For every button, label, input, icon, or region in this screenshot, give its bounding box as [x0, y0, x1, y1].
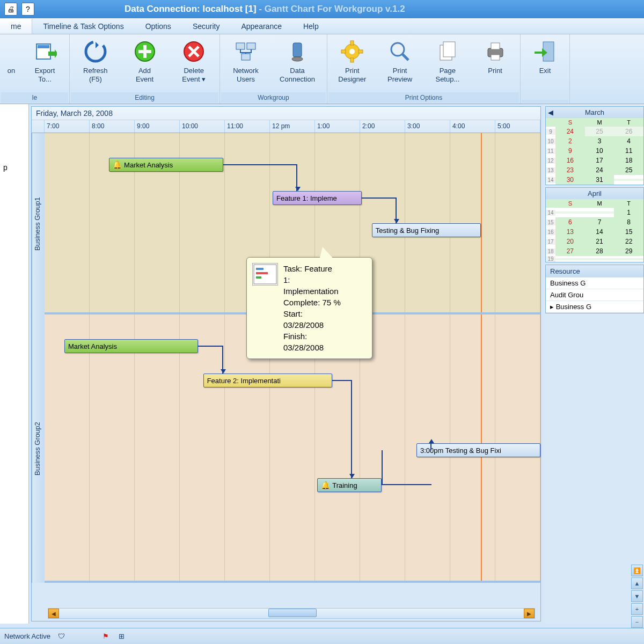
- cal-day[interactable]: 16: [555, 156, 585, 165]
- cal-day[interactable]: 20: [555, 237, 585, 246]
- gantt-time-ruler: 7:00 8:00 9:00 10:00 11:00 12 pm 1:00 2:…: [32, 120, 540, 133]
- zoom-out-button[interactable]: −: [631, 616, 643, 628]
- svg-rect-24: [491, 55, 500, 60]
- flag-icon[interactable]: ⚑: [101, 632, 111, 641]
- cal-day[interactable]: 1: [614, 208, 643, 217]
- task-tooltip: Task: Feature 1: Implementation Complete…: [246, 257, 372, 359]
- cal-day[interactable]: [555, 211, 585, 214]
- gear-icon: [339, 39, 365, 64]
- cal-day[interactable]: 3: [585, 136, 614, 146]
- nav-top-button[interactable]: ⏫: [631, 565, 643, 576]
- cal-day[interactable]: 13: [555, 227, 585, 237]
- magnifier-icon: [387, 39, 413, 64]
- cal-day[interactable]: 26: [614, 127, 643, 136]
- cal-day[interactable]: 10: [585, 146, 614, 156]
- svg-rect-14: [350, 41, 354, 45]
- export-icon: [32, 39, 58, 64]
- cal-day[interactable]: 27: [555, 246, 585, 256]
- print-button[interactable]: Print: [471, 36, 519, 92]
- cal-day[interactable]: 11: [614, 146, 643, 156]
- cal-day[interactable]: 15: [614, 227, 643, 237]
- printer-icon: [482, 39, 508, 64]
- cal-day[interactable]: [555, 258, 585, 260]
- resource-item[interactable]: Audit Grou: [546, 289, 643, 301]
- data-connection-icon: [284, 39, 310, 64]
- cal-day[interactable]: 25: [614, 165, 643, 175]
- cal-day[interactable]: 8: [614, 217, 643, 227]
- connection-label: Data Connection: localhost [1]: [125, 4, 257, 14]
- svg-rect-28: [256, 272, 268, 274]
- cal-day[interactable]: 31: [585, 175, 614, 185]
- scroll-thumb[interactable]: [268, 609, 317, 617]
- group1-label[interactable]: Business Group1: [32, 133, 45, 314]
- menu-options[interactable]: Options: [135, 19, 182, 34]
- task-feature-1[interactable]: Feature 1: Impleme: [273, 191, 362, 205]
- resource-item[interactable]: Business G: [546, 277, 643, 289]
- print-designer-button[interactable]: Print Designer: [328, 36, 376, 92]
- gantt-chart[interactable]: Friday, March 28, 2008 7:00 8:00 9:00 10…: [31, 106, 541, 621]
- cal-day[interactable]: [585, 258, 614, 260]
- cal-day[interactable]: 22: [614, 237, 643, 246]
- refresh-button[interactable]: Refresh (F5): [71, 36, 120, 92]
- calendar-april[interactable]: April S M T 1411567816131415172021221827…: [545, 187, 644, 262]
- cal-day[interactable]: 14: [585, 227, 614, 237]
- exit-button[interactable]: Exit: [522, 36, 568, 100]
- nav-down-button[interactable]: ▼: [631, 590, 643, 602]
- cal-day[interactable]: 6: [555, 217, 585, 227]
- cal-day[interactable]: 7: [585, 217, 614, 227]
- delete-event-button[interactable]: Delete Event ▾: [169, 36, 218, 92]
- scroll-right-button[interactable]: ▶: [524, 609, 535, 618]
- cal-day[interactable]: 24: [555, 127, 585, 136]
- task-feature-2[interactable]: Feature 2: Implementati: [203, 374, 332, 387]
- cal-day[interactable]: 21: [585, 237, 614, 246]
- cal-day[interactable]: 28: [585, 246, 614, 256]
- ribbon-btn-unknown[interactable]: on: [1, 36, 21, 92]
- bell-icon: 🔔: [113, 160, 122, 169]
- help-icon[interactable]: ?: [21, 3, 34, 16]
- cal-day[interactable]: 25: [585, 127, 614, 136]
- task-training[interactable]: 🔔 Training: [317, 478, 382, 492]
- cal-day[interactable]: 30: [555, 175, 585, 185]
- svg-rect-1: [38, 45, 49, 48]
- zoom-in-button[interactable]: +: [631, 603, 643, 615]
- export-button[interactable]: Export To...: [21, 36, 68, 92]
- network-users-button[interactable]: Network Users: [221, 36, 270, 92]
- cal-day[interactable]: [614, 179, 643, 181]
- cal-day[interactable]: 9: [555, 146, 585, 156]
- menu-appearance[interactable]: Appearance: [230, 19, 292, 34]
- cal-day[interactable]: 29: [614, 246, 643, 256]
- calendar-march[interactable]: ◀March S M T 924252610234119101112161718…: [545, 106, 644, 185]
- print-icon[interactable]: 🖨: [4, 3, 17, 16]
- data-connection-button[interactable]: Data Connection: [270, 36, 324, 92]
- cal-day[interactable]: 17: [585, 156, 614, 165]
- task-market-analysis-1[interactable]: 🔔 Market Analysis: [109, 158, 223, 172]
- cal-prev-icon[interactable]: ◀: [548, 108, 553, 116]
- cal-day[interactable]: 24: [585, 165, 614, 175]
- cal-day[interactable]: 23: [555, 165, 585, 175]
- tree-icon[interactable]: ⊞: [117, 632, 127, 641]
- cal-day[interactable]: 2: [555, 136, 585, 146]
- task-testing-2[interactable]: 3:00pm Testing & Bug Fixi: [416, 443, 540, 457]
- scroll-left-button[interactable]: ◀: [48, 609, 59, 618]
- menu-home[interactable]: me: [0, 19, 32, 34]
- svg-line-19: [402, 54, 408, 60]
- cal-day[interactable]: 4: [614, 136, 643, 146]
- svg-rect-29: [256, 276, 261, 279]
- nav-up-button[interactable]: ▲: [631, 577, 643, 589]
- menu-timeline[interactable]: Timeline & Task Options: [32, 19, 134, 34]
- task-testing-1[interactable]: Testing & Bug Fixing: [372, 223, 481, 237]
- task-market-analysis-2[interactable]: Market Analysis: [64, 339, 198, 353]
- cal-day[interactable]: 18: [614, 156, 643, 165]
- menu-security[interactable]: Security: [182, 19, 231, 34]
- cal-day[interactable]: [585, 211, 614, 214]
- group2-label[interactable]: Business Group2: [32, 314, 45, 583]
- add-event-button[interactable]: Add Event: [120, 36, 170, 92]
- page-setup-button[interactable]: Page Setup...: [424, 36, 472, 92]
- resources-panel: Resource Business G Audit Grou Business …: [545, 265, 644, 313]
- svg-rect-16: [341, 50, 346, 53]
- print-preview-button[interactable]: Print Preview: [376, 36, 424, 92]
- gantt-hscroll[interactable]: ◀ ▶: [48, 608, 535, 619]
- cal-day[interactable]: [614, 258, 643, 260]
- menu-help[interactable]: Help: [292, 19, 330, 34]
- resource-item[interactable]: Business G: [546, 301, 643, 313]
